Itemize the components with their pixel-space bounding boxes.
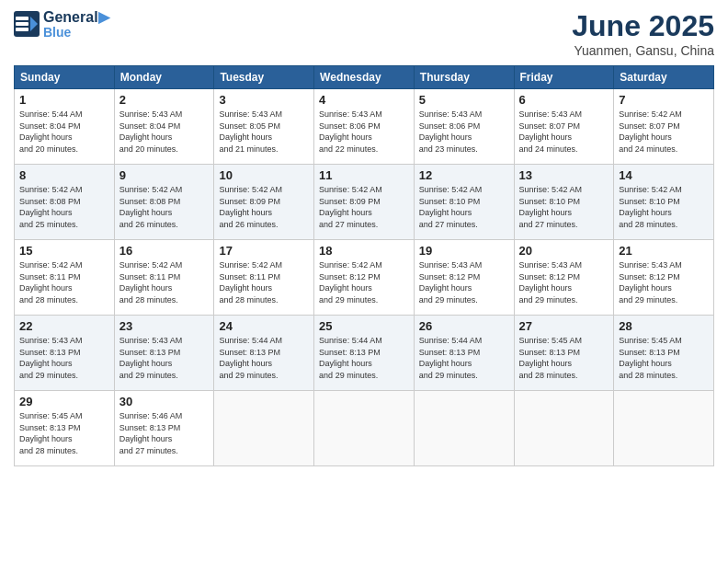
day-info: Sunrise: 5:43 AM Sunset: 8:07 PM Dayligh…	[519, 109, 609, 155]
day-number: 26	[419, 319, 509, 333]
day-number: 10	[219, 168, 309, 182]
day-info: Sunrise: 5:45 AM Sunset: 8:13 PM Dayligh…	[19, 410, 109, 456]
table-row: 16 Sunrise: 5:42 AM Sunset: 8:11 PM Dayl…	[114, 240, 214, 316]
table-row: 22 Sunrise: 5:43 AM Sunset: 8:13 PM Dayl…	[15, 316, 115, 391]
day-number: 15	[19, 244, 109, 258]
day-number: 28	[619, 319, 709, 333]
day-number: 1	[19, 93, 109, 107]
day-info: Sunrise: 5:42 AM Sunset: 8:12 PM Dayligh…	[319, 259, 409, 305]
day-info: Sunrise: 5:42 AM Sunset: 8:07 PM Dayligh…	[619, 109, 709, 155]
table-row	[614, 391, 714, 466]
day-number: 13	[519, 168, 609, 182]
day-info: Sunrise: 5:43 AM Sunset: 8:12 PM Dayligh…	[519, 259, 609, 305]
logo: General▶ Blue	[14, 9, 109, 40]
day-number: 4	[319, 93, 409, 107]
day-number: 21	[619, 244, 709, 258]
day-number: 7	[619, 93, 709, 107]
table-row: 29 Sunrise: 5:45 AM Sunset: 8:13 PM Dayl…	[15, 391, 115, 466]
day-number: 23	[119, 319, 210, 333]
table-row: 23 Sunrise: 5:43 AM Sunset: 8:13 PM Dayl…	[114, 316, 214, 391]
calendar-table: Sunday Monday Tuesday Wednesday Thursday…	[14, 65, 714, 466]
day-info: Sunrise: 5:46 AM Sunset: 8:13 PM Dayligh…	[119, 410, 210, 456]
day-info: Sunrise: 5:44 AM Sunset: 8:13 PM Dayligh…	[419, 335, 509, 381]
calendar-week-row: 15 Sunrise: 5:42 AM Sunset: 8:11 PM Dayl…	[15, 240, 714, 316]
svg-rect-3	[16, 22, 28, 26]
table-row: 27 Sunrise: 5:45 AM Sunset: 8:13 PM Dayl…	[514, 316, 614, 391]
table-row: 17 Sunrise: 5:42 AM Sunset: 8:11 PM Dayl…	[214, 240, 314, 316]
table-row: 21 Sunrise: 5:43 AM Sunset: 8:12 PM Dayl…	[614, 240, 714, 316]
table-row: 9 Sunrise: 5:42 AM Sunset: 8:08 PM Dayli…	[114, 165, 214, 240]
day-number: 22	[19, 319, 109, 333]
day-info: Sunrise: 5:43 AM Sunset: 8:13 PM Dayligh…	[19, 335, 109, 381]
day-info: Sunrise: 5:42 AM Sunset: 8:11 PM Dayligh…	[119, 259, 210, 305]
day-number: 29	[19, 395, 109, 408]
day-info: Sunrise: 5:42 AM Sunset: 8:09 PM Dayligh…	[219, 184, 309, 230]
day-info: Sunrise: 5:42 AM Sunset: 8:08 PM Dayligh…	[19, 184, 109, 230]
table-row: 14 Sunrise: 5:42 AM Sunset: 8:10 PM Dayl…	[614, 165, 714, 240]
table-row: 4 Sunrise: 5:43 AM Sunset: 8:06 PM Dayli…	[314, 89, 415, 165]
day-number: 11	[319, 168, 409, 182]
col-saturday: Saturday	[614, 66, 714, 89]
day-info: Sunrise: 5:43 AM Sunset: 8:06 PM Dayligh…	[419, 109, 509, 155]
day-number: 30	[119, 395, 210, 408]
table-row: 5 Sunrise: 5:43 AM Sunset: 8:06 PM Dayli…	[414, 89, 514, 165]
header: General▶ Blue June 2025 Yuanmen, Gansu, …	[14, 9, 714, 58]
table-row: 26 Sunrise: 5:44 AM Sunset: 8:13 PM Dayl…	[414, 316, 514, 391]
table-row: 19 Sunrise: 5:43 AM Sunset: 8:12 PM Dayl…	[414, 240, 514, 316]
table-row: 10 Sunrise: 5:42 AM Sunset: 8:09 PM Dayl…	[214, 165, 314, 240]
calendar-week-row: 1 Sunrise: 5:44 AM Sunset: 8:04 PM Dayli…	[15, 89, 714, 165]
table-row: 3 Sunrise: 5:43 AM Sunset: 8:05 PM Dayli…	[214, 89, 314, 165]
day-info: Sunrise: 5:42 AM Sunset: 8:10 PM Dayligh…	[619, 184, 709, 230]
day-number: 17	[219, 244, 309, 258]
day-number: 18	[319, 244, 409, 258]
day-info: Sunrise: 5:44 AM Sunset: 8:04 PM Dayligh…	[19, 109, 109, 155]
day-info: Sunrise: 5:42 AM Sunset: 8:10 PM Dayligh…	[519, 184, 609, 230]
table-row: 11 Sunrise: 5:42 AM Sunset: 8:09 PM Dayl…	[314, 165, 415, 240]
table-row: 18 Sunrise: 5:42 AM Sunset: 8:12 PM Dayl…	[314, 240, 415, 316]
table-row: 25 Sunrise: 5:44 AM Sunset: 8:13 PM Dayl…	[314, 316, 415, 391]
table-row: 1 Sunrise: 5:44 AM Sunset: 8:04 PM Dayli…	[15, 89, 115, 165]
day-number: 25	[319, 319, 409, 333]
day-info: Sunrise: 5:43 AM Sunset: 8:12 PM Dayligh…	[619, 259, 709, 305]
svg-rect-2	[16, 17, 28, 20]
day-info: Sunrise: 5:43 AM Sunset: 8:12 PM Dayligh…	[419, 259, 509, 305]
day-number: 12	[419, 168, 509, 182]
day-number: 20	[519, 244, 609, 258]
day-info: Sunrise: 5:44 AM Sunset: 8:13 PM Dayligh…	[219, 335, 309, 381]
calendar-week-row: 29 Sunrise: 5:45 AM Sunset: 8:13 PM Dayl…	[15, 391, 714, 466]
day-number: 19	[419, 244, 509, 258]
calendar-header-row: Sunday Monday Tuesday Wednesday Thursday…	[15, 66, 714, 89]
page: General▶ Blue June 2025 Yuanmen, Gansu, …	[0, 0, 728, 563]
month-title: June 2025	[572, 9, 714, 43]
table-row: 24 Sunrise: 5:44 AM Sunset: 8:13 PM Dayl…	[214, 316, 314, 391]
calendar-week-row: 8 Sunrise: 5:42 AM Sunset: 8:08 PM Dayli…	[15, 165, 714, 240]
day-number: 16	[119, 244, 210, 258]
logo-text: General▶ Blue	[43, 9, 109, 40]
table-row: 6 Sunrise: 5:43 AM Sunset: 8:07 PM Dayli…	[514, 89, 614, 165]
table-row	[414, 391, 514, 466]
table-row: 8 Sunrise: 5:42 AM Sunset: 8:08 PM Dayli…	[15, 165, 115, 240]
table-row: 7 Sunrise: 5:42 AM Sunset: 8:07 PM Dayli…	[614, 89, 714, 165]
day-info: Sunrise: 5:43 AM Sunset: 8:05 PM Dayligh…	[219, 109, 309, 155]
table-row: 12 Sunrise: 5:42 AM Sunset: 8:10 PM Dayl…	[414, 165, 514, 240]
svg-rect-4	[16, 28, 28, 31]
col-tuesday: Tuesday	[214, 66, 314, 89]
day-info: Sunrise: 5:42 AM Sunset: 8:10 PM Dayligh…	[419, 184, 509, 230]
table-row: 2 Sunrise: 5:43 AM Sunset: 8:04 PM Dayli…	[114, 89, 214, 165]
calendar-week-row: 22 Sunrise: 5:43 AM Sunset: 8:13 PM Dayl…	[15, 316, 714, 391]
col-sunday: Sunday	[15, 66, 115, 89]
day-number: 2	[119, 93, 210, 107]
table-row: 30 Sunrise: 5:46 AM Sunset: 8:13 PM Dayl…	[114, 391, 214, 466]
day-info: Sunrise: 5:42 AM Sunset: 8:09 PM Dayligh…	[319, 184, 409, 230]
col-monday: Monday	[114, 66, 214, 89]
day-info: Sunrise: 5:45 AM Sunset: 8:13 PM Dayligh…	[519, 335, 609, 381]
day-info: Sunrise: 5:43 AM Sunset: 8:13 PM Dayligh…	[119, 335, 210, 381]
day-info: Sunrise: 5:42 AM Sunset: 8:08 PM Dayligh…	[119, 184, 210, 230]
day-number: 14	[619, 168, 709, 182]
table-row: 13 Sunrise: 5:42 AM Sunset: 8:10 PM Dayl…	[514, 165, 614, 240]
table-row: 15 Sunrise: 5:42 AM Sunset: 8:11 PM Dayl…	[15, 240, 115, 316]
day-number: 24	[219, 319, 309, 333]
day-number: 8	[19, 168, 109, 182]
day-info: Sunrise: 5:44 AM Sunset: 8:13 PM Dayligh…	[319, 335, 409, 381]
day-number: 5	[419, 93, 509, 107]
